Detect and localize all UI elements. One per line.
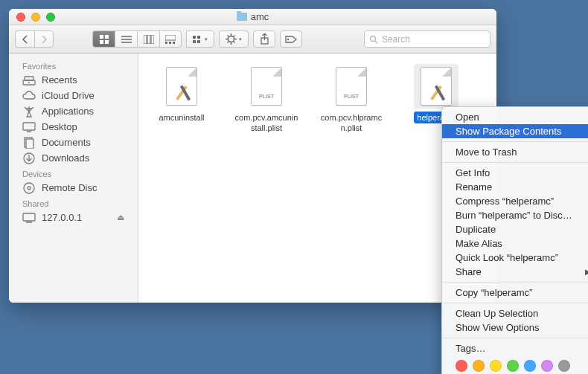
file-label: com.pcv.amcuninstall.plist: [231, 112, 302, 135]
svg-line-25: [228, 42, 229, 43]
gallery-view-button[interactable]: [159, 30, 182, 48]
app-file-icon: [159, 64, 204, 109]
svg-rect-38: [26, 139, 33, 149]
search-icon: [369, 35, 378, 44]
menu-item[interactable]: Tags…: [442, 341, 588, 355]
menu-item-label: Show Package Contents: [456, 126, 561, 137]
arrange-button[interactable]: ▾: [186, 30, 214, 48]
menu-item[interactable]: Get Info: [442, 166, 588, 180]
tag-color[interactable]: [473, 360, 485, 372]
menu-item[interactable]: Clean Up Selection: [442, 306, 588, 320]
icloud-icon: [22, 91, 36, 101]
sidebar-item-desktop[interactable]: Desktop: [9, 119, 138, 135]
menu-item[interactable]: Open: [442, 110, 588, 124]
file-item[interactable]: PLISTcom.pcv.hlpramcn.plist: [316, 64, 387, 135]
sidebar-item-label: Documents: [42, 137, 91, 148]
sidebar-item-downloads[interactable]: Downloads: [9, 150, 138, 166]
forward-button[interactable]: [34, 30, 54, 48]
svg-line-26: [234, 36, 235, 37]
tag-color[interactable]: [490, 360, 502, 372]
sidebar-item-disc[interactable]: Remote Disc: [9, 180, 138, 196]
list-view-button[interactable]: [115, 30, 137, 48]
menu-item[interactable]: Rename: [442, 180, 588, 194]
menu-item[interactable]: Burn “helperamc” to Disc…: [442, 208, 588, 222]
sidebar-item-network[interactable]: 127.0.0.1⏏: [9, 210, 138, 225]
window-title: amc: [9, 11, 496, 22]
menu-item-label: Copy “helperamc”: [456, 287, 532, 298]
svg-point-29: [287, 38, 289, 39]
folder-icon: [237, 13, 247, 21]
disc-icon: [22, 183, 36, 193]
main-area: FavoritesRecentsiCloud DriveApplications…: [9, 54, 496, 303]
menu-item[interactable]: Make Alias: [442, 236, 588, 251]
app-file-icon: [414, 64, 458, 109]
recents-icon: [22, 75, 36, 86]
sidebar-item-label: Recents: [42, 74, 77, 86]
sidebar-item-label: Applications: [42, 106, 94, 117]
menu-item[interactable]: Move to Trash: [442, 145, 588, 159]
menu-item[interactable]: Compress “helperamc”: [442, 194, 588, 208]
menu-item-label: Get Info: [456, 167, 490, 178]
sidebar-header: Favorites: [9, 58, 138, 72]
menu-item[interactable]: Quick Look “helperamc”: [442, 251, 588, 265]
svg-line-31: [375, 41, 377, 43]
menu-item-label: Rename: [456, 181, 492, 193]
tag-color[interactable]: [456, 360, 467, 372]
sidebar-item-label: 127.0.0.1: [42, 212, 82, 223]
search-field[interactable]: Search: [364, 30, 490, 48]
menu-item[interactable]: Show Package Contents: [442, 124, 588, 138]
tag-color[interactable]: [524, 360, 536, 372]
file-item[interactable]: PLISTcom.pcv.amcuninstall.plist: [231, 64, 302, 135]
sidebar-item-icloud[interactable]: iCloud Drive: [9, 88, 138, 103]
tag-color[interactable]: [507, 360, 519, 372]
action-button[interactable]: ▾: [219, 30, 249, 48]
plist-file-icon: PLIST: [329, 64, 374, 109]
menu-item[interactable]: Share▶: [442, 265, 588, 279]
svg-rect-12: [169, 42, 171, 44]
menu-item[interactable]: Copy “helperamc”: [442, 286, 588, 300]
svg-rect-14: [193, 36, 196, 39]
back-button[interactable]: [15, 30, 34, 48]
sidebar-item-label: iCloud Drive: [42, 90, 95, 101]
sidebar-item-applications[interactable]: Applications: [9, 103, 138, 119]
menu-item-label: Quick Look “helperamc”: [456, 252, 558, 263]
sidebar-item-label: Desktop: [42, 121, 77, 132]
eject-icon[interactable]: ⏏: [117, 213, 124, 222]
svg-rect-1: [105, 35, 109, 39]
desktop-icon: [22, 122, 36, 132]
tag-color[interactable]: [541, 360, 553, 372]
menu-item-label: Burn “helperamc” to Disc…: [456, 210, 572, 221]
sidebar-item-label: Remote Disc: [42, 182, 97, 193]
svg-line-23: [228, 36, 229, 37]
icon-view-button[interactable]: [92, 30, 115, 48]
sidebar-item-label: Downloads: [42, 152, 89, 164]
tag-color[interactable]: [558, 360, 570, 372]
sidebar-header: Shared: [9, 196, 138, 210]
titlebar[interactable]: amc: [9, 9, 496, 25]
svg-point-42: [28, 187, 31, 190]
sidebar-item-documents[interactable]: Documents: [9, 135, 138, 150]
file-item[interactable]: amcuninstall: [146, 64, 217, 123]
svg-rect-33: [25, 77, 33, 80]
menu-item-label: Tags…: [456, 343, 485, 354]
sidebar-item-recents[interactable]: Recents: [9, 72, 138, 88]
share-button[interactable]: [253, 30, 275, 48]
menu-item[interactable]: Duplicate: [442, 222, 588, 236]
tags-button[interactable]: [280, 30, 302, 48]
column-view-button[interactable]: [137, 30, 159, 48]
svg-rect-7: [144, 35, 147, 44]
sidebar: FavoritesRecentsiCloud DriveApplications…: [9, 54, 138, 303]
zoom-button[interactable]: [46, 13, 55, 22]
close-button[interactable]: [16, 13, 25, 22]
search-placeholder: Search: [382, 34, 410, 45]
menu-item[interactable]: Show View Options: [442, 320, 588, 335]
svg-rect-10: [165, 35, 176, 40]
file-label: amcuninstall: [156, 112, 207, 123]
window-title-text: amc: [251, 11, 269, 22]
arrange-group: ▾: [186, 30, 214, 48]
svg-rect-13: [173, 42, 175, 44]
minimize-button[interactable]: [31, 13, 40, 22]
svg-rect-3: [105, 40, 109, 44]
svg-rect-43: [23, 213, 35, 221]
svg-rect-16: [197, 36, 200, 39]
